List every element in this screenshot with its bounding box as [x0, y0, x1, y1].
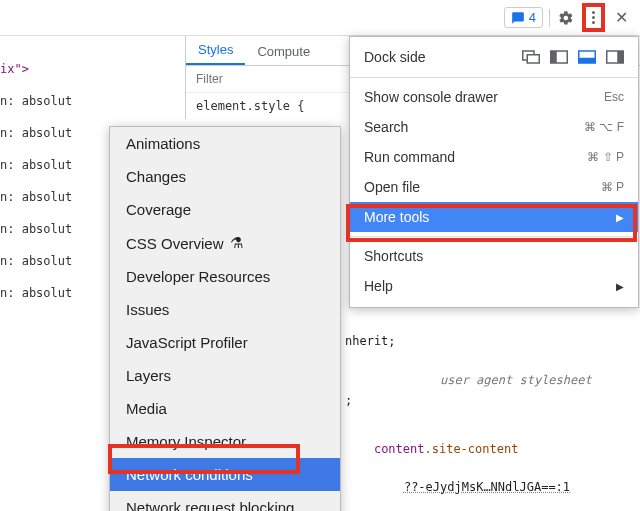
menu-help[interactable]: Help▶ [350, 271, 638, 301]
chevron-right-icon: ▶ [616, 281, 624, 292]
submenu-changes[interactable]: Changes [110, 160, 340, 193]
svg-rect-1 [527, 55, 539, 63]
svg-rect-5 [579, 58, 596, 63]
submenu-dev-resources[interactable]: Developer Resources [110, 260, 340, 293]
feedback-chip[interactable]: 4 [504, 7, 543, 28]
submenu-animations[interactable]: Animations [110, 127, 340, 160]
menu-show-console[interactable]: Show console drawerEsc [350, 82, 638, 112]
more-options-button[interactable] [588, 9, 599, 26]
css-token-link[interactable]: ??-eJydjMsK…NNdlJGA==:1 [375, 466, 570, 508]
submenu-coverage[interactable]: Coverage [110, 193, 340, 226]
submenu-layers[interactable]: Layers [110, 359, 340, 392]
submenu-network-blocking[interactable]: Network request blocking [110, 491, 340, 511]
dock-left-icon[interactable] [550, 50, 568, 64]
user-agent-label: user agent stylesheet [440, 373, 592, 387]
css-frag-semi: ; [345, 393, 352, 407]
beaker-icon: ⚗ [230, 234, 243, 252]
dock-side-label: Dock side [364, 49, 508, 65]
submenu-css-overview[interactable]: CSS Overview⚗ [110, 226, 340, 260]
css-selector-row[interactable]: content.site-content [345, 428, 518, 470]
main-menu: Dock side Show console drawerEsc Search⌘… [349, 36, 639, 308]
css-frag-inherit: nherit; [345, 334, 396, 348]
tab-styles[interactable]: Styles [186, 36, 245, 65]
svg-rect-7 [617, 51, 623, 63]
chevron-right-icon: ▶ [616, 212, 624, 223]
submenu-media[interactable]: Media [110, 392, 340, 425]
menu-run-command[interactable]: Run command⌘ ⇧ P [350, 142, 638, 172]
dock-right-icon[interactable] [606, 50, 624, 64]
dock-bottom-icon[interactable] [578, 50, 596, 64]
chat-icon [511, 11, 525, 25]
devtools-toolbar: 4 ✕ [0, 0, 640, 36]
submenu-network-conditions[interactable]: Network conditions [110, 458, 340, 491]
close-button[interactable]: ✕ [611, 8, 632, 27]
gear-icon [558, 10, 574, 26]
submenu-memory-inspector[interactable]: Memory Inspector [110, 425, 340, 458]
submenu-issues[interactable]: Issues [110, 293, 340, 326]
code-frag-ix: ix"> [0, 62, 29, 76]
menu-shortcuts[interactable]: Shortcuts [350, 241, 638, 271]
menu-more-tools[interactable]: More tools▶ [350, 202, 638, 232]
separator [549, 9, 550, 27]
menu-search[interactable]: Search⌘ ⌥ F [350, 112, 638, 142]
svg-rect-3 [551, 51, 557, 63]
kebab-highlight-box [582, 3, 605, 32]
feedback-count: 4 [529, 10, 536, 25]
submenu-js-profiler[interactable]: JavaScript Profiler [110, 326, 340, 359]
settings-button[interactable] [556, 8, 576, 28]
more-tools-submenu: Animations Changes Coverage CSS Overview… [109, 126, 341, 511]
menu-open-file[interactable]: Open file⌘ P [350, 172, 638, 202]
tab-computed[interactable]: Compute [245, 38, 322, 65]
dock-undock-icon[interactable] [522, 50, 540, 64]
